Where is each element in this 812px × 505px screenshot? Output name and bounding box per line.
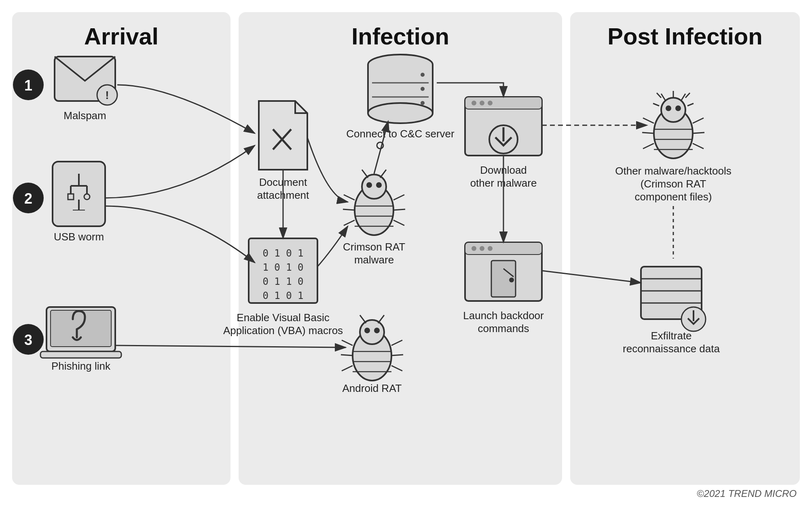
svg-line-57	[391, 355, 403, 356]
step-1-label: 1	[24, 77, 32, 94]
malspam-icon: !	[55, 57, 117, 105]
post-infection-section	[570, 12, 800, 485]
svg-point-19	[368, 103, 433, 123]
svg-line-39	[343, 209, 355, 210]
svg-text:0 1 0 1: 0 1 0 1	[262, 290, 303, 301]
svg-line-42	[393, 209, 405, 210]
svg-rect-13	[51, 310, 111, 347]
svg-point-64	[472, 101, 476, 105]
svg-text:0 1 0 1: 0 1 0 1	[262, 248, 303, 259]
svg-line-89	[642, 133, 654, 133]
exfiltrate-label2: reconnaissance data	[623, 343, 720, 355]
svg-rect-14	[40, 351, 121, 358]
svg-point-65	[480, 101, 484, 105]
svg-point-23	[421, 87, 425, 91]
svg-point-75	[509, 278, 514, 282]
usb-label: USB worm	[54, 231, 104, 243]
cnc-label: Connect to C&C server	[346, 128, 455, 140]
svg-text:!: !	[105, 89, 109, 101]
step-3-label: 3	[24, 332, 32, 348]
svg-text:1 0 1 0: 1 0 1 0	[262, 262, 303, 273]
other-malware-label2: (Crimson RAT	[641, 178, 706, 190]
backdoor-icon	[465, 242, 542, 301]
doc-attachment-icon	[259, 101, 307, 170]
arrival-section	[12, 12, 230, 485]
svg-point-86	[666, 105, 671, 111]
svg-point-72	[480, 246, 484, 251]
cnc-server-icon	[368, 55, 433, 123]
vba-label2: Application (VBA) macros	[223, 324, 343, 337]
svg-point-52	[374, 328, 380, 333]
diagram-svg: Arrival Infection Post Infection 1 2 3 !…	[0, 0, 812, 505]
step-2-label: 2	[24, 190, 32, 207]
copyright-text: ©2021 TREND MICRO	[697, 488, 797, 499]
main-container: Arrival Infection Post Infection 1 2 3 !…	[0, 0, 812, 505]
android-rat-label: Android RAT	[343, 382, 402, 394]
vba-icon: 0 1 0 1 1 0 1 0 0 1 1 0 0 1 0 1	[249, 238, 317, 303]
crimson-rat-label1: Crimson RAT	[343, 241, 405, 253]
exfiltrate-label1: Exfiltrate	[651, 330, 691, 342]
svg-point-22	[421, 73, 425, 77]
svg-rect-63	[465, 97, 542, 109]
svg-point-37	[376, 182, 382, 188]
svg-point-87	[675, 105, 681, 111]
svg-point-33	[362, 175, 386, 199]
crimson-rat-label2: malware	[354, 254, 394, 266]
backdoor-label2: commands	[478, 322, 529, 335]
svg-point-24	[421, 101, 425, 105]
svg-point-48	[360, 320, 384, 344]
post-infection-title: Post Infection	[607, 23, 762, 49]
arrival-title: Arrival	[84, 23, 159, 49]
svg-point-73	[488, 246, 493, 251]
svg-rect-70	[465, 242, 542, 255]
svg-line-92	[693, 133, 704, 133]
svg-line-54	[341, 355, 353, 356]
other-malware-label3: component files)	[635, 191, 712, 203]
svg-point-51	[364, 328, 370, 333]
svg-point-66	[488, 101, 493, 105]
svg-rect-3	[53, 162, 105, 226]
malspam-label: Malspam	[63, 109, 106, 122]
other-malware-label1: Other malware/hacktools	[615, 165, 732, 177]
svg-point-36	[366, 182, 372, 188]
phishing-icon	[40, 307, 121, 358]
infection-title: Infection	[351, 23, 449, 49]
phishing-label: Phishing link	[51, 360, 111, 372]
svg-point-78	[661, 98, 685, 122]
download-malware-icon	[465, 97, 542, 156]
svg-point-71	[472, 246, 476, 251]
usb-icon	[53, 162, 105, 226]
svg-text:0 1 1 0: 0 1 1 0	[262, 276, 303, 287]
backdoor-label1: Launch backdoor	[463, 309, 544, 322]
vba-label1: Enable Visual Basic	[237, 311, 329, 324]
